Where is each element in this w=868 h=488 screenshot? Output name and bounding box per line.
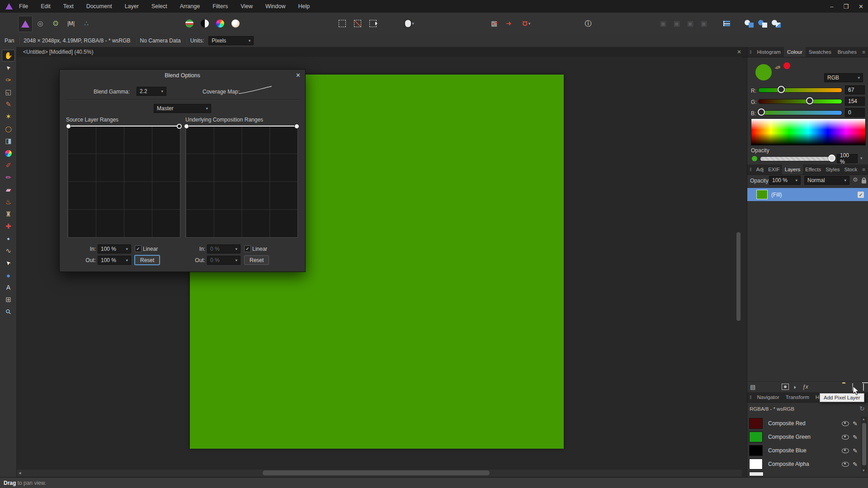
assistant-button[interactable]: ⓘ: [581, 16, 595, 31]
colour-picker-icon[interactable]: ✎: [772, 63, 782, 71]
chevron-down-icon[interactable]: ▾: [412, 21, 414, 26]
tab-histogram[interactable]: Histogram: [754, 47, 784, 57]
flood-fill-tool[interactable]: ◨: [2, 135, 15, 147]
blue-slider-knob[interactable]: [758, 108, 765, 116]
red-value-field[interactable]: 67: [845, 85, 865, 94]
blue-value-field[interactable]: 0: [845, 108, 865, 117]
panel-menu-icon[interactable]: ≡: [862, 49, 865, 55]
colour-replacement-brush-tool[interactable]: ✏: [2, 172, 15, 183]
underlying-linear-checkbox[interactable]: ✓: [244, 245, 251, 252]
vertical-scrollbar-thumb[interactable]: [736, 232, 741, 321]
channels-scrollbar-thumb[interactable]: [862, 423, 866, 465]
mask-layer-icon[interactable]: [782, 384, 789, 390]
blend-gamma-dropdown[interactable]: 2.2 ▾: [137, 87, 166, 96]
quick-mask-button[interactable]: ▾: [400, 16, 420, 31]
tab-swatches[interactable]: Swatches: [806, 47, 835, 57]
panel-grip-icon[interactable]: ‖: [750, 167, 752, 172]
green-slider-knob[interactable]: [806, 97, 813, 104]
opacity-slider-knob[interactable]: [828, 155, 835, 162]
blue-slider[interactable]: [758, 110, 842, 115]
channel-row[interactable]: Composite Alpha ✎: [747, 457, 860, 471]
green-slider[interactable]: [758, 99, 842, 104]
boolean-add-button[interactable]: [742, 16, 756, 31]
tab-colour[interactable]: Colour: [784, 47, 806, 57]
live-filter-icon[interactable]: ƒx: [802, 384, 808, 390]
underlying-out-dropdown[interactable]: 0 % ▾: [207, 256, 241, 265]
layer-stack-icon[interactable]: ▤: [750, 384, 755, 390]
move-by-whole-pixels-button[interactable]: ➜: [502, 16, 515, 31]
colour-spectrum[interactable]: [751, 118, 866, 145]
source-reset-button[interactable]: Reset: [135, 255, 160, 265]
colour-opacity-slider[interactable]: [760, 156, 833, 161]
layer-row-fill[interactable]: (Fill) ✓: [747, 188, 868, 201]
photo-persona-button[interactable]: [18, 16, 33, 32]
mesh-warp-tool[interactable]: ⊞: [2, 294, 15, 305]
move-forward-button[interactable]: ▣: [670, 16, 684, 31]
chevron-down-icon[interactable]: ▾: [528, 21, 531, 26]
blur-brush-tool[interactable]: ●: [2, 233, 15, 244]
menu-edit[interactable]: Edit: [34, 0, 57, 13]
source-ranges-graph[interactable]: [67, 125, 180, 238]
shape-tool[interactable]: ●: [2, 269, 15, 281]
auto-levels-button[interactable]: [183, 16, 196, 31]
panel-grip-icon[interactable]: ‖: [750, 49, 752, 55]
scroll-left-icon[interactable]: ◂: [19, 470, 21, 476]
lock-layer-icon[interactable]: [862, 180, 866, 183]
snapping-button[interactable]: Ω ▾: [516, 16, 536, 31]
coverage-map-curve[interactable]: [238, 84, 273, 96]
tone-mapping-persona-button[interactable]: |M|: [64, 16, 78, 31]
clone-stamp-tool[interactable]: ♜: [2, 208, 15, 220]
channels-scrollbar[interactable]: ▴ ▾: [861, 417, 867, 473]
panel-menu-icon[interactable]: ≡: [862, 167, 865, 172]
curve-node[interactable]: [66, 124, 71, 129]
underlying-ranges-graph[interactable]: [185, 125, 298, 238]
eye-icon[interactable]: [842, 421, 849, 426]
menu-document[interactable]: Document: [80, 0, 118, 13]
move-backward-button[interactable]: ▣: [684, 16, 697, 31]
panel-grip-icon[interactable]: ‖: [750, 394, 752, 400]
smudge-brush-tool[interactable]: ∿: [2, 245, 15, 257]
export-persona-button[interactable]: ∴: [80, 16, 93, 31]
colour-opacity-value[interactable]: 100 %: [837, 154, 858, 163]
refresh-icon[interactable]: ↻: [859, 405, 865, 412]
document-tab-close-icon[interactable]: ✕: [737, 47, 741, 57]
blend-mode-dropdown[interactable]: Normal ▾: [804, 176, 849, 185]
burn-brush-tool[interactable]: ♨: [2, 196, 15, 208]
develop-persona-button[interactable]: ❂: [49, 16, 62, 31]
vertical-scrollbar[interactable]: [736, 57, 741, 469]
current-colour-swatch[interactable]: [755, 64, 772, 80]
scroll-up-icon[interactable]: ▴: [863, 417, 865, 421]
curve-node[interactable]: [184, 124, 189, 129]
view-tool[interactable]: ✋: [2, 50, 15, 61]
menu-select[interactable]: Select: [145, 0, 174, 13]
chevron-down-icon[interactable]: ▾: [860, 156, 863, 160]
boolean-subtract-button[interactable]: [756, 16, 769, 31]
erase-brush-tool[interactable]: ▰: [2, 184, 15, 196]
boolean-divide-button[interactable]: [769, 16, 783, 31]
menu-layer[interactable]: Layer: [118, 0, 145, 13]
underlying-in-dropdown[interactable]: 0 % ▾: [207, 244, 241, 253]
colour-model-dropdown[interactable]: RGB ▾: [824, 73, 863, 82]
horizontal-scrollbar[interactable]: ◂: [17, 469, 742, 477]
document-tab[interactable]: <Untitled> [Modified] (40.5%): [23, 47, 93, 57]
menu-file[interactable]: File: [13, 0, 34, 13]
tab-transform[interactable]: Transform: [783, 392, 812, 402]
paint-brush-tool[interactable]: ✐: [2, 160, 15, 171]
red-slider[interactable]: [758, 88, 842, 93]
menu-text[interactable]: Text: [57, 0, 80, 13]
auto-contrast-button[interactable]: [198, 16, 212, 31]
curve-node[interactable]: [294, 124, 299, 129]
channel-dropdown[interactable]: Master ▾: [154, 104, 211, 113]
node-tool[interactable]: ➤: [2, 257, 15, 269]
menu-window[interactable]: Window: [259, 0, 292, 13]
channel-row[interactable]: Composite Blue ✎: [747, 444, 860, 457]
lasso-tool[interactable]: ◯: [2, 123, 15, 135]
colour-picker-tool[interactable]: ✑: [2, 74, 15, 86]
horizontal-scrollbar-thumb[interactable]: [263, 470, 490, 475]
source-linear-checkbox[interactable]: ✓: [135, 245, 142, 252]
selection-brush-tool[interactable]: ✎: [2, 99, 15, 110]
alignment-button[interactable]: [720, 16, 733, 31]
tab-layers[interactable]: Layers: [782, 164, 803, 174]
text-tool[interactable]: A: [2, 282, 15, 293]
curve-node-selected[interactable]: [177, 124, 182, 129]
